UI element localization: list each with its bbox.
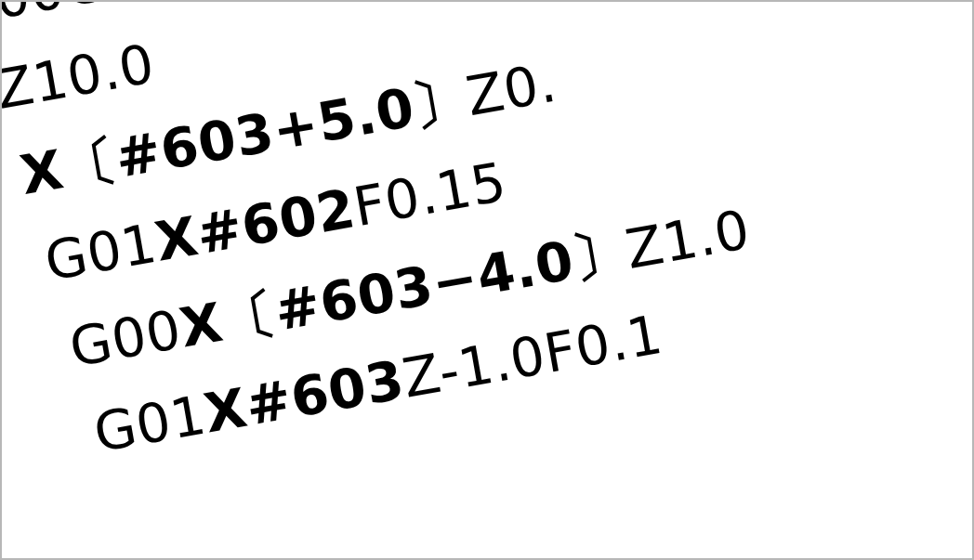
code-text: Z1.0 xyxy=(621,198,755,281)
code-text: F0.15 xyxy=(349,150,510,240)
code-sheet: G00G40G96G99T0101S100Z10.0X〔#603+5.0〕Z0.… xyxy=(0,0,974,489)
code-text: G01 xyxy=(40,212,161,293)
code-text: G00 xyxy=(65,297,186,379)
code-text: Z10.0 xyxy=(0,32,159,122)
code-text: G01 xyxy=(89,384,210,465)
code-text: Z0. xyxy=(462,51,561,129)
document-frame: G00G40G96G99T0101S100Z10.0X〔#603+5.0〕Z0.… xyxy=(0,0,974,560)
